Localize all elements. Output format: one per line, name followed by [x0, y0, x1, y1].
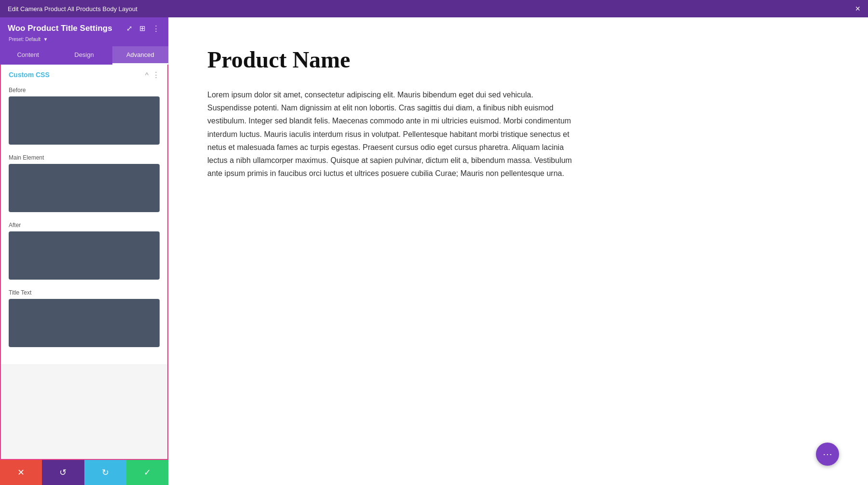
collapse-section-button[interactable]: ^: [145, 71, 149, 79]
title-text-label: Title Text: [9, 289, 160, 296]
sidebar-header-icons: ⤢ ⊞ ⋮: [125, 23, 161, 34]
field-main-element: Main Element: [9, 154, 160, 214]
field-after: After: [9, 222, 160, 282]
save-icon: ✓: [144, 467, 151, 478]
main-content: Product Name Lorem ipsum dolor sit amet,…: [169, 17, 868, 485]
undo-button[interactable]: ↺: [42, 460, 84, 485]
custom-css-section: Custom CSS ^ ⋮ Before Main Element: [1, 65, 167, 365]
cancel-icon: ✕: [17, 467, 25, 478]
product-name: Product Name: [207, 46, 829, 73]
section-more-button[interactable]: ⋮: [152, 70, 160, 79]
redo-button[interactable]: ↻: [84, 460, 126, 485]
title-text-textarea[interactable]: [9, 299, 160, 347]
grid-icon[interactable]: ⊞: [138, 23, 147, 34]
field-before: Before: [9, 87, 160, 147]
close-button[interactable]: ×: [855, 4, 860, 14]
tab-design[interactable]: Design: [56, 46, 112, 65]
before-textarea[interactable]: [9, 96, 160, 145]
section-header: Custom CSS ^ ⋮: [1, 65, 167, 85]
fab-icon: ⋯: [823, 448, 832, 460]
product-description: Lorem ipsum dolor sit amet, consectetur …: [207, 88, 574, 180]
cancel-button[interactable]: ✕: [0, 460, 42, 485]
undo-icon: ↺: [59, 467, 67, 478]
sidebar-header-top: Woo Product Title Settings ⤢ ⊞ ⋮: [8, 23, 161, 34]
sidebar: Woo Product Title Settings ⤢ ⊞ ⋮ Preset:…: [0, 17, 169, 485]
section-title: Custom CSS: [9, 71, 50, 79]
top-bar: Edit Camera Product All Products Body La…: [0, 0, 868, 17]
bottom-toolbar: ✕ ↺ ↻ ✓: [0, 460, 168, 485]
fab-button[interactable]: ⋯: [816, 443, 839, 466]
tabs: Content Design Advanced: [0, 46, 168, 65]
save-button[interactable]: ✓: [126, 460, 168, 485]
before-label: Before: [9, 87, 160, 94]
redo-icon: ↻: [102, 467, 109, 478]
main-layout: Woo Product Title Settings ⤢ ⊞ ⋮ Preset:…: [0, 17, 868, 485]
main-element-label: Main Element: [9, 154, 160, 161]
tab-content[interactable]: Content: [0, 46, 56, 65]
sidebar-header: Woo Product Title Settings ⤢ ⊞ ⋮ Preset:…: [0, 17, 168, 46]
sidebar-title: Woo Product Title Settings: [8, 24, 112, 33]
preset-label[interactable]: Preset: Default ▼: [8, 36, 161, 42]
after-label: After: [9, 222, 160, 229]
more-options-icon[interactable]: ⋮: [151, 23, 161, 34]
sidebar-content: Custom CSS ^ ⋮ Before Main Element: [0, 65, 168, 460]
expand-icon[interactable]: ⤢: [125, 23, 134, 34]
css-fields-area: Before Main Element After Title Text: [1, 85, 167, 364]
main-element-textarea[interactable]: [9, 164, 160, 212]
section-header-icons: ^ ⋮: [145, 70, 160, 79]
tab-advanced[interactable]: Advanced: [112, 46, 168, 65]
field-title-text: Title Text: [9, 289, 160, 349]
after-textarea[interactable]: [9, 231, 160, 280]
top-bar-title: Edit Camera Product All Products Body La…: [8, 5, 137, 13]
